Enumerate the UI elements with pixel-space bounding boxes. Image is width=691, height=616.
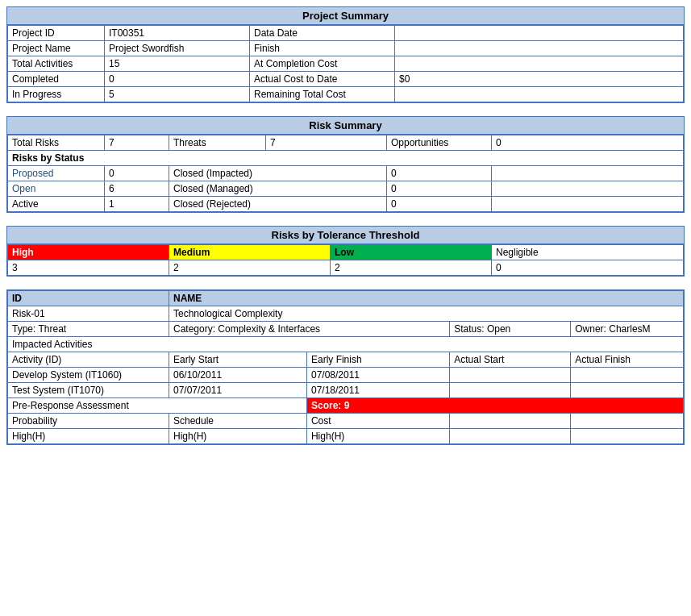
risk-type-row: Type: Threat Category: Complexity & Inte…: [8, 322, 684, 337]
medium-label: Medium: [169, 245, 331, 260]
at-completion-cost-value: [395, 56, 684, 72]
filler-val-2: [571, 429, 684, 444]
pre-response-label: Pre-Response Assessment: [8, 398, 307, 414]
tolerance-section: Risks by Tolerance Threshold High Medium…: [6, 226, 685, 277]
table-row: In Progress 5 Remaining Total Cost: [8, 87, 684, 102]
table-row: Completed 0 Actual Cost to Date $0: [8, 72, 684, 87]
project-summary-table: Project ID IT00351 Data Date Project Nam…: [7, 25, 684, 102]
total-risks-label: Total Risks: [8, 135, 105, 151]
activity-1-early-start: 06/10/2011: [169, 368, 307, 383]
activity-row-2: Test System (IT1070) 07/07/2011 07/18/20…: [8, 383, 684, 398]
pre-response-row: Pre-Response Assessment Score: 9: [8, 398, 684, 414]
table-row: 3 2 2 0: [8, 260, 684, 276]
activity-row-1: Develop System (IT1060) 06/10/2011 07/08…: [8, 368, 684, 383]
activity-columns-row: Activity (ID) Early Start Early Finish A…: [8, 352, 684, 368]
filler3: [492, 197, 684, 212]
finish-value: [395, 41, 684, 56]
impacted-activities-header-row: Impacted Activities: [8, 337, 684, 352]
tolerance-header: Risks by Tolerance Threshold: [7, 227, 684, 244]
medium-value: 2: [169, 260, 331, 276]
threats-label: Threats: [169, 135, 266, 151]
total-activities-label: Total Activities: [8, 56, 105, 72]
proposed-label: Proposed: [8, 166, 105, 181]
active-value: 1: [105, 197, 169, 212]
risk-summary-section: Risk Summary Total Risks 7 Threats 7 Opp…: [6, 116, 685, 213]
high-label: High: [8, 245, 169, 260]
at-completion-cost-label: At Completion Cost: [250, 56, 395, 72]
negligible-value: 0: [492, 260, 684, 276]
table-row: Project ID IT00351 Data Date: [8, 26, 684, 41]
actual-cost-label: Actual Cost to Date: [250, 72, 395, 87]
closed-rejected-label: Closed (Rejected): [169, 197, 387, 212]
proposed-value: 0: [105, 166, 169, 181]
in-progress-label: In Progress: [8, 87, 105, 102]
total-activities-value: 15: [105, 56, 250, 72]
completed-value: 0: [105, 72, 250, 87]
assessment-values-row: High(H) High(H) High(H): [8, 429, 684, 444]
risk-category-value: Category: Complexity & Interfaces: [169, 322, 450, 337]
cost-col-header: Cost: [306, 414, 449, 429]
remaining-cost-label: Remaining Total Cost: [250, 87, 395, 102]
table-row: Project Name Project Swordfish Finish: [8, 41, 684, 56]
table-row: Active 1 Closed (Rejected) 0: [8, 197, 684, 212]
schedule-col-header: Schedule: [169, 414, 307, 429]
closed-rejected-value: 0: [387, 197, 492, 212]
risk-detail-header-row: ID NAME: [8, 291, 684, 306]
schedule-value: High(H): [169, 429, 307, 444]
cost-value: High(H): [306, 429, 449, 444]
activity-col-header: Activity (ID): [8, 352, 169, 368]
risk-name-value: Technological Complexity: [169, 306, 684, 322]
early-start-col-header: Early Start: [169, 352, 307, 368]
risk-id-value: Risk-01: [8, 306, 169, 322]
tolerance-table: High Medium Low Negligible 3 2 2 0: [7, 244, 684, 276]
activity-2-early-start: 07/07/2011: [169, 383, 307, 398]
filler2: [492, 181, 684, 197]
name-column-header: NAME: [169, 291, 684, 306]
risk-owner-value: Owner: CharlesM: [571, 322, 684, 337]
opportunities-value: 0: [492, 135, 684, 151]
low-value: 2: [331, 260, 492, 276]
table-row: Total Activities 15 At Completion Cost: [8, 56, 684, 72]
project-summary-header: Project Summary: [7, 7, 684, 25]
actual-start-col-header: Actual Start: [450, 352, 571, 368]
activity-1-early-finish: 07/08/2011: [306, 368, 449, 383]
probability-col-header: Probability: [8, 414, 169, 429]
risk-type-value: Type: Threat: [8, 322, 169, 337]
opportunities-label: Opportunities: [387, 135, 492, 151]
low-label: Low: [331, 245, 492, 260]
open-label: Open: [8, 181, 105, 197]
activity-1-id: Develop System (IT1060): [8, 368, 169, 383]
high-value: 3: [8, 260, 169, 276]
remaining-cost-value: [395, 87, 684, 102]
risk-detail-section: ID NAME Risk-01 Technological Complexity…: [6, 289, 685, 445]
active-label: Active: [8, 197, 105, 212]
project-name-value: Project Swordfish: [105, 41, 250, 56]
id-column-header: ID: [8, 291, 169, 306]
risk-status-value: Status: Open: [450, 322, 571, 337]
filler-col-2: [571, 414, 684, 429]
activity-2-actual-finish: [571, 383, 684, 398]
data-date-value: [395, 26, 684, 41]
actual-finish-col-header: Actual Finish: [571, 352, 684, 368]
negligible-label: Negligible: [492, 245, 684, 260]
risk-id-row: Risk-01 Technological Complexity: [8, 306, 684, 322]
closed-impacted-value: 0: [387, 166, 492, 181]
data-date-label: Data Date: [250, 26, 395, 41]
closed-managed-label: Closed (Managed): [169, 181, 387, 197]
threats-value: 7: [266, 135, 387, 151]
project-id-label: Project ID: [8, 26, 105, 41]
activity-2-actual-start: [450, 383, 571, 398]
assessment-header-row: Probability Schedule Cost: [8, 414, 684, 429]
table-row: Risks by Status: [8, 151, 684, 166]
table-row: Total Risks 7 Threats 7 Opportunities 0: [8, 135, 684, 151]
in-progress-value: 5: [105, 87, 250, 102]
filler-val-1: [450, 429, 571, 444]
project-name-label: Project Name: [8, 41, 105, 56]
table-row: Proposed 0 Closed (Impacted) 0: [8, 166, 684, 181]
project-id-value: IT00351: [105, 26, 250, 41]
open-value: 6: [105, 181, 169, 197]
project-summary-section: Project Summary Project ID IT00351 Data …: [6, 6, 685, 103]
activity-2-id: Test System (IT1070): [8, 383, 169, 398]
table-row: High Medium Low Negligible: [8, 245, 684, 260]
filler-col-1: [450, 414, 571, 429]
